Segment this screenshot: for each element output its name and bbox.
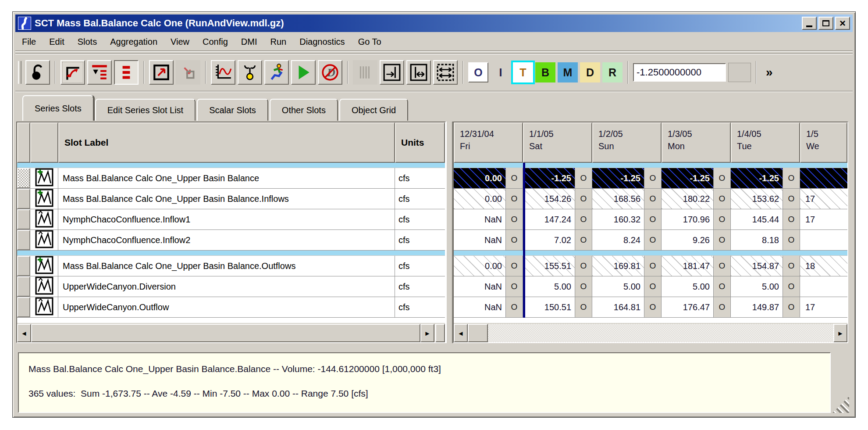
flag-cell[interactable]: O — [713, 297, 731, 317]
units-cell[interactable]: cfs — [395, 189, 445, 209]
row-grip[interactable] — [17, 209, 30, 229]
menu-item-run[interactable]: Run — [264, 36, 293, 48]
flag-cell[interactable]: O — [783, 209, 800, 229]
units-header[interactable]: Units — [395, 122, 445, 163]
pane-splitter[interactable] — [446, 122, 453, 343]
units-cell[interactable]: cfs — [395, 230, 445, 250]
flag-cell[interactable]: O — [783, 297, 800, 317]
row-grip[interactable] — [17, 168, 30, 188]
start-run-button[interactable] — [291, 60, 316, 85]
aggregation-list-button[interactable] — [87, 60, 112, 85]
flag-button-m[interactable]: M — [558, 62, 578, 82]
row-grip[interactable] — [17, 256, 30, 276]
row-grip[interactable] — [17, 230, 30, 250]
slot-type-cell[interactable] — [30, 230, 58, 250]
date-column-header[interactable]: 1/2/05Sun — [592, 122, 662, 163]
value-cell[interactable]: NaN — [454, 297, 505, 317]
slot-table-hscrollbar[interactable]: ◄► — [17, 324, 445, 342]
slot-type-cell[interactable] — [30, 209, 58, 229]
tab-edit-series-slot-list[interactable]: Edit Series Slot List — [95, 99, 196, 121]
close-button[interactable]: × — [835, 17, 850, 30]
slot-label-cell[interactable]: Mass Bal.Balance Calc One_Upper Basin Ba… — [58, 256, 395, 276]
value-cell[interactable]: 8.24 — [592, 230, 644, 250]
value-cell[interactable]: -1.25 — [523, 168, 575, 188]
slot-type-cell[interactable] — [30, 276, 58, 297]
flag-cell[interactable]: O — [713, 230, 731, 250]
scroll-right-button[interactable]: ► — [833, 324, 847, 342]
flag-cell[interactable]: O — [505, 297, 523, 317]
value-cell[interactable]: 17 — [800, 209, 847, 229]
flag-cell[interactable]: O — [575, 297, 592, 317]
tab-object-grid[interactable]: Object Grid — [339, 99, 408, 121]
slot-label-cell[interactable]: Mass Bal.Balance Calc One_Upper Basin Ba… — [58, 168, 395, 188]
flag-cell[interactable]: O — [505, 276, 523, 297]
value-cell[interactable]: 17 — [800, 189, 847, 209]
flag-cell[interactable]: O — [783, 168, 800, 188]
menu-item-config[interactable]: Config — [196, 36, 235, 48]
flag-cell[interactable]: O — [644, 230, 662, 250]
tab-series-slots[interactable]: Series Slots — [22, 95, 94, 121]
value-cell[interactable]: 147.24 — [523, 209, 575, 229]
value-cell[interactable]: 153.62 — [731, 189, 783, 209]
minimize-button[interactable] — [802, 17, 817, 30]
value-cell[interactable]: -1.25 — [731, 168, 783, 188]
slot-label-cell[interactable]: NymphChacoConfluence.Inflow1 — [58, 209, 395, 229]
value-cell[interactable]: 145.44 — [731, 209, 783, 229]
flag-cell[interactable]: O — [505, 209, 523, 229]
run-control-button[interactable] — [264, 60, 289, 85]
flag-cell[interactable]: O — [644, 276, 662, 297]
tab-other-slots[interactable]: Other Slots — [270, 99, 338, 121]
slot-label-cell[interactable]: UpperWideCanyon.Diversion — [58, 276, 395, 297]
slot-type-cell[interactable] — [30, 256, 58, 276]
date-column-header[interactable]: 1/3/05Mon — [662, 122, 731, 163]
flag-cell[interactable]: O — [713, 209, 731, 229]
flag-cell[interactable]: O — [644, 297, 662, 317]
date-column-header[interactable]: 12/31/04Fri — [454, 122, 523, 163]
value-cell[interactable]: 0.00 — [454, 168, 505, 188]
value-cell[interactable]: 9.26 — [662, 230, 713, 250]
expand-cell-button[interactable] — [149, 60, 174, 85]
flag-cell[interactable]: O — [783, 189, 800, 209]
scroll-left-button[interactable]: ◄ — [454, 324, 468, 342]
value-cell[interactable]: 5.00 — [731, 276, 783, 297]
scroll-thumb[interactable] — [468, 324, 488, 342]
value-cell[interactable]: 0.00 — [454, 256, 505, 276]
toolbar-grip[interactable] — [18, 61, 21, 84]
menu-item-file[interactable]: File — [15, 36, 43, 48]
row-grip[interactable] — [17, 189, 30, 209]
value-cell[interactable]: NaN — [454, 230, 505, 250]
flag-button-i[interactable]: I — [491, 62, 511, 82]
value-cell[interactable]: 7.02 — [523, 230, 575, 250]
value-cell[interactable]: 5.00 — [662, 276, 713, 297]
value-cell[interactable]: NaN — [454, 276, 505, 297]
value-cell[interactable]: 181.47 — [662, 256, 713, 276]
menu-item-aggregation[interactable]: Aggregation — [103, 36, 164, 48]
flag-cell[interactable]: O — [575, 209, 592, 229]
value-cell[interactable]: 160.32 — [592, 209, 644, 229]
flag-button-r[interactable]: R — [602, 62, 623, 82]
value-cell[interactable]: 164.81 — [592, 297, 644, 317]
units-cell[interactable]: cfs — [395, 209, 445, 229]
row-list-button[interactable] — [114, 60, 139, 85]
scroll-track[interactable] — [488, 324, 833, 342]
slot-type-cell[interactable] — [30, 168, 58, 188]
flag-button-b[interactable]: B — [535, 62, 555, 82]
value-cell[interactable]: 168.56 — [592, 189, 644, 209]
value-cell[interactable]: 5.00 — [592, 276, 644, 297]
flag-cell[interactable]: O — [505, 256, 523, 276]
plot-button[interactable] — [211, 60, 235, 85]
value-cell[interactable] — [800, 276, 847, 297]
fit-column-width-button[interactable] — [406, 60, 431, 85]
row-grip[interactable] — [17, 297, 30, 317]
flag-cell[interactable]: O — [575, 230, 592, 250]
lock-open-button[interactable] — [25, 60, 50, 85]
slot-type-cell[interactable] — [30, 297, 58, 317]
scroll-left-button[interactable]: ◄ — [17, 324, 31, 342]
slot-type-cell[interactable] — [30, 189, 58, 209]
scroll-right-button[interactable]: ► — [420, 324, 434, 342]
swap-rows-columns-button[interactable] — [60, 60, 85, 85]
cell-value-input[interactable] — [633, 63, 726, 82]
fit-all-columns-button[interactable] — [433, 60, 458, 85]
menu-item-diagnostics[interactable]: Diagnostics — [293, 36, 351, 48]
fit-column-right-button[interactable] — [380, 60, 404, 85]
